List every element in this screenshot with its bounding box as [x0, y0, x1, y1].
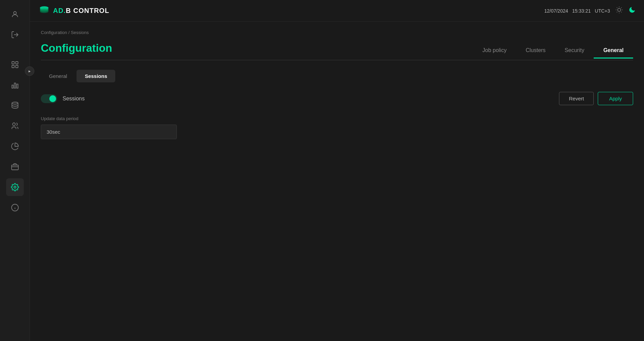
logo: AD.B CONTROL [38, 5, 109, 17]
header-date: 12/07/2024 [544, 8, 568, 14]
svg-line-28 [617, 12, 617, 12]
logo-b: B [66, 7, 71, 14]
svg-rect-8 [17, 84, 18, 88]
header: AD.B CONTROL 12/07/2024 15:33:21 UTC+3 [30, 0, 644, 22]
sidebar-item-dashboard[interactable] [6, 56, 24, 74]
apply-button[interactable]: Apply [598, 92, 633, 105]
update-period-field: Update data period [41, 116, 633, 139]
update-period-input[interactable] [41, 125, 177, 139]
sidebar-item-logout[interactable] [6, 26, 24, 44]
logo-ad: AD. [53, 7, 66, 14]
logo-control: CONTROL [73, 7, 109, 14]
svg-point-21 [617, 8, 621, 11]
page-header: Configuration Job policy Clusters Securi… [41, 42, 633, 60]
sessions-section: Sessions Revert Apply Update data period [41, 92, 633, 139]
moon-icon[interactable] [628, 6, 636, 15]
svg-point-13 [14, 186, 16, 188]
breadcrumb-current: Sessions [71, 30, 89, 35]
sessions-toggle[interactable] [41, 94, 57, 103]
toggle-slider [41, 94, 57, 103]
sidebar-item-briefcase[interactable] [6, 158, 24, 176]
main-content: AD.B CONTROL 12/07/2024 15:33:21 UTC+3 [30, 0, 644, 341]
sub-tabs: General Sessions [41, 70, 633, 82]
header-time: 15:33:21 [572, 8, 591, 14]
svg-point-20 [40, 10, 48, 13]
tab-clusters[interactable]: Clusters [516, 43, 555, 59]
sun-icon[interactable] [615, 6, 623, 15]
svg-point-0 [14, 12, 16, 14]
update-period-label: Update data period [41, 116, 633, 121]
svg-line-25 [621, 12, 622, 12]
breadcrumb-parent: Configuration [41, 30, 67, 35]
logo-icon [38, 5, 50, 17]
content-area: Configuration / Sessions Configuration J… [30, 22, 644, 341]
logo-text: AD.B CONTROL [53, 7, 109, 15]
svg-rect-11 [12, 165, 18, 170]
sidebar-item-settings[interactable] [6, 178, 24, 196]
svg-line-29 [621, 7, 622, 8]
svg-rect-2 [12, 62, 14, 64]
sidebar-item-chart[interactable] [6, 76, 24, 94]
header-right: 12/07/2024 15:33:21 UTC+3 [544, 6, 636, 15]
svg-line-24 [617, 7, 617, 8]
action-buttons: Revert Apply [559, 92, 633, 105]
sessions-row: Sessions Revert Apply [41, 92, 633, 105]
svg-rect-7 [14, 83, 16, 88]
sessions-toggle-row: Sessions [41, 94, 85, 103]
sub-tab-sessions[interactable]: Sessions [77, 70, 115, 82]
sidebar-item-user[interactable] [6, 5, 24, 23]
header-timezone: UTC+3 [595, 8, 610, 14]
svg-point-10 [13, 123, 15, 126]
nav-tabs: Job policy Clusters Security General [473, 43, 633, 59]
sidebar-item-database[interactable] [6, 97, 24, 114]
page-title: Configuration [41, 42, 112, 60]
breadcrumb: Configuration / Sessions [41, 30, 633, 35]
svg-rect-4 [12, 65, 14, 68]
svg-rect-3 [16, 62, 18, 64]
sidebar-item-info[interactable] [6, 199, 24, 216]
svg-rect-6 [12, 85, 13, 88]
sessions-toggle-label: Sessions [63, 96, 85, 102]
header-datetime: 12/07/2024 15:33:21 UTC+3 [544, 8, 610, 14]
sub-tab-general[interactable]: General [41, 70, 75, 82]
sidebar-collapse-button[interactable]: ▸ [25, 66, 34, 76]
sidebar-item-pie[interactable] [6, 137, 24, 155]
sidebar-item-users[interactable] [6, 117, 24, 135]
sidebar: ▸ [0, 0, 30, 341]
breadcrumb-separator: / [67, 30, 71, 35]
svg-rect-5 [16, 65, 18, 68]
tab-general[interactable]: General [594, 43, 633, 59]
svg-point-9 [12, 102, 18, 104]
revert-button[interactable]: Revert [559, 92, 594, 105]
tab-job-policy[interactable]: Job policy [473, 43, 516, 59]
tab-security[interactable]: Security [555, 43, 594, 59]
